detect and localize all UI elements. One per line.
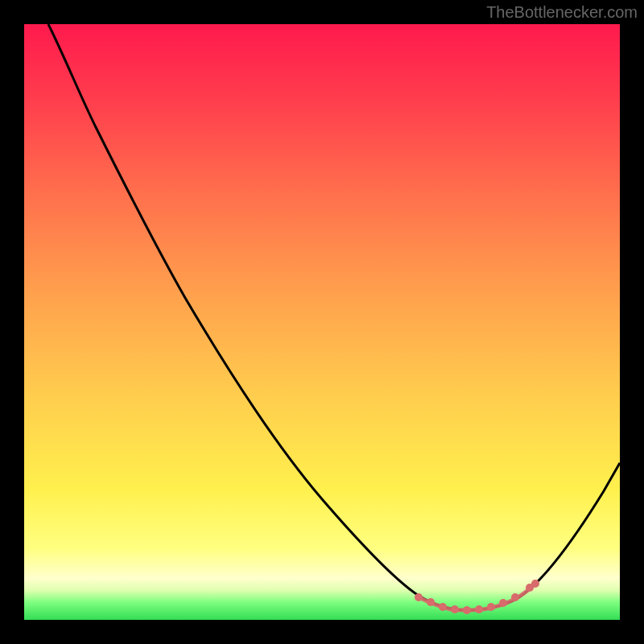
watermark-text: TheBottlenecker.com — [486, 3, 638, 22]
bottleneck-curve-svg — [24, 24, 620, 620]
chart-container — [24, 24, 620, 620]
curve-path — [48, 24, 620, 610]
